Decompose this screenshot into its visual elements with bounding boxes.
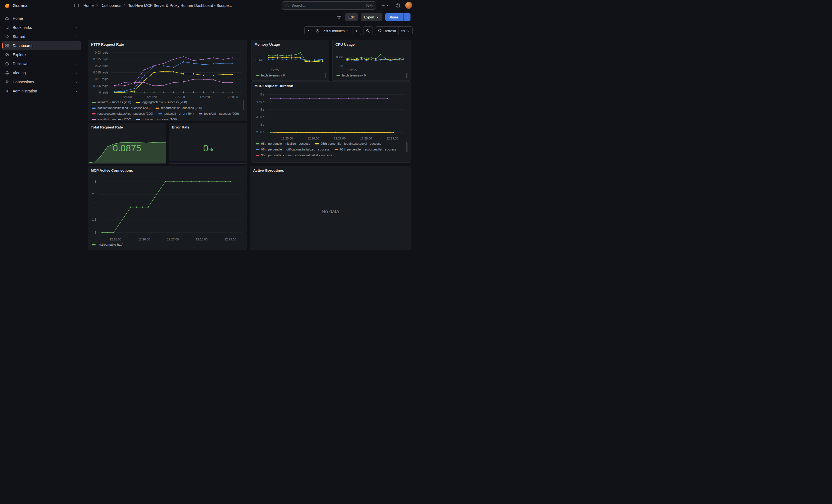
sidebar-item-drilldown[interactable]: Drilldown [2,59,81,68]
legend-item[interactable]: 95th percentile - logging/setLevel - suc… [315,142,381,146]
panel-title[interactable]: MCP Active Connections [91,168,133,173]
legend-item[interactable]: logging/setLevel - success (200) [136,100,187,104]
legend-scrollbar[interactable] [406,73,408,78]
sidebar-item-label: Starred [12,34,25,39]
chevron-down-icon[interactable] [75,80,78,84]
legend-item[interactable]: tools/call - error (404) [158,112,194,116]
search-text-field[interactable] [291,3,364,7]
svg-text:0 req/s: 0 req/s [99,91,108,94]
chevron-down-icon[interactable] [75,26,78,29]
panel-memory-usage: Memory Usage 16 MiB12:25 fetch-telemetry… [252,40,329,81]
sidebar-item-administration[interactable]: Administration [2,87,81,96]
chevron-down-icon[interactable] [75,35,78,38]
breadcrumb-dashboards[interactable]: Dashboards [100,3,121,8]
sidebar-item-explore[interactable]: Explore [2,50,81,59]
svg-text:12:28:00: 12:28:00 [196,238,207,241]
panel-title[interactable]: Memory Usage [255,43,280,47]
legend-item[interactable]: - (streamable-http) [92,243,124,247]
legend-swatch [92,108,96,109]
stat-value: 0.0875 [88,143,166,154]
http-request-rate-chart[interactable]: 0 req/s0.005 req/s0.01 req/s0.015 req/s0… [90,48,245,99]
panel-title[interactable]: Total Request Rate [91,125,123,129]
legend-item[interactable]: tools/list - success (200) [92,117,131,120]
panel-title[interactable]: Active Goroutines [253,168,284,173]
legend-scrollbar[interactable] [243,100,244,110]
panel-title[interactable]: MCP Request Duration [255,84,293,88]
export-button[interactable]: Export [361,13,383,21]
stat-value: 0% [169,143,247,154]
legend-item[interactable]: 95th percentile - resources/list - succe… [335,148,396,152]
chevron-down-icon[interactable] [75,44,78,47]
user-avatar[interactable] [405,2,412,9]
bell-icon [5,71,9,75]
legend-scrollbar[interactable] [406,142,408,152]
chevron-down-icon[interactable] [75,62,78,65]
legend-item[interactable]: fetch-telemetry-0 [256,74,285,78]
brand-text: Grafana [12,3,27,8]
legend-item[interactable]: resources/list - success (200) [155,106,202,110]
sidebar-item-label: Dashboards [12,44,33,48]
legend-scrollbar[interactable] [324,73,326,78]
share-button[interactable]: Share [385,13,411,21]
cpu-usage-chart[interactable]: 0.2%0%12:25 [335,48,408,73]
sidebar-toggle-button[interactable] [73,2,80,9]
legend-item[interactable]: resources/templates/list - success (200) [92,112,153,116]
share-button-label[interactable]: Share [385,13,401,21]
legend-label: unknown - success (200) [142,117,177,120]
sidebar-item-dashboards[interactable]: Dashboards [2,41,81,50]
favorite-star-button[interactable] [336,14,342,20]
legend-item[interactable]: unknown - success (200) [136,117,177,120]
dashboard-canvas: Edit Export Share Last 5 minutes [83,11,416,252]
legend-label: 95th percentile - resources/list - succe… [340,148,396,152]
grafana-logo[interactable] [4,2,10,8]
zoom-out-button[interactable] [363,27,372,35]
star-icon [5,34,9,39]
time-shift-back-button[interactable] [305,27,313,35]
chevron-down-icon[interactable] [75,71,78,75]
legend-item[interactable]: 95th percentile - notifications/initiali… [256,148,330,152]
svg-text:0.2%: 0.2% [336,56,343,59]
share-dropdown-caret[interactable] [404,13,411,21]
panel-title[interactable]: CPU Usage [335,43,355,47]
sidebar-item-home[interactable]: Home [2,14,81,23]
legend-label: 95th percentile - initialize - success [261,142,310,146]
new-dropdown-button[interactable] [380,2,390,8]
time-range-picker[interactable]: Last 5 minutes [313,27,352,35]
svg-text:12:29:00: 12:29:00 [226,95,238,99]
mcp-active-connections-chart[interactable]: 11.522.5312:25:0012:26:0012:27:0012:28:0… [90,175,245,242]
chevron-down-icon[interactable] [75,89,78,93]
mcp-request-duration-chart[interactable]: 2.50 s3 s3.50 s4 s4.50 s5 s12:25:0012:26… [254,90,408,141]
panel-title[interactable]: HTTP Request Rate [91,43,124,47]
legend-item[interactable]: 95th percentile - resources/templates/li… [256,153,332,157]
time-shift-forward-button[interactable] [352,27,361,35]
refresh-interval-picker[interactable]: 5s [398,27,412,35]
sidebar-item-label: Explore [12,53,26,57]
sidebar-item-alerting[interactable]: Alerting [2,69,81,77]
svg-text:12:25: 12:25 [349,69,357,72]
legend-item[interactable]: initialize - success (200) [92,100,131,104]
dashboard-toolbar: Edit Export Share [336,13,411,21]
question-circle-icon [395,3,400,8]
svg-text:4.50 s: 4.50 s [256,100,264,103]
legend-label: 95th percentile - logging/setLevel - suc… [320,142,381,146]
help-button[interactable] [394,2,401,9]
breadcrumb-home[interactable]: Home [83,3,94,8]
cpu-usage-legend: fetch-telemetry-0 [335,73,408,79]
sidebar-item-bookmarks[interactable]: Bookmarks [2,23,81,32]
sidebar-item-label: Alerting [12,71,26,75]
refresh-button[interactable]: Refresh [375,27,399,35]
zoom-out-group [363,26,373,35]
legend-item[interactable]: fetch-telemetry-0 [337,74,366,78]
legend-item[interactable]: tools/call - success (200) [199,112,239,116]
panel-title[interactable]: Error Rate [172,125,189,129]
sidebar-item-connections[interactable]: Connections [2,78,81,86]
memory-usage-chart[interactable]: 16 MiB12:25 [254,48,327,73]
legend-item[interactable]: 95th percentile - initialize - success [256,142,310,146]
legend-item[interactable]: notifications/initialized - success (202… [92,106,151,110]
total-request-rate-stat: 0.0875 [88,131,166,163]
search-input[interactable]: ⌘+k [282,1,376,10]
legend-swatch [92,102,96,103]
panel-cpu-usage: CPU Usage 0.2%0%12:25 fetch-telemetry-0 [332,40,411,81]
edit-button[interactable]: Edit [345,13,358,21]
sidebar-item-starred[interactable]: Starred [2,32,81,41]
